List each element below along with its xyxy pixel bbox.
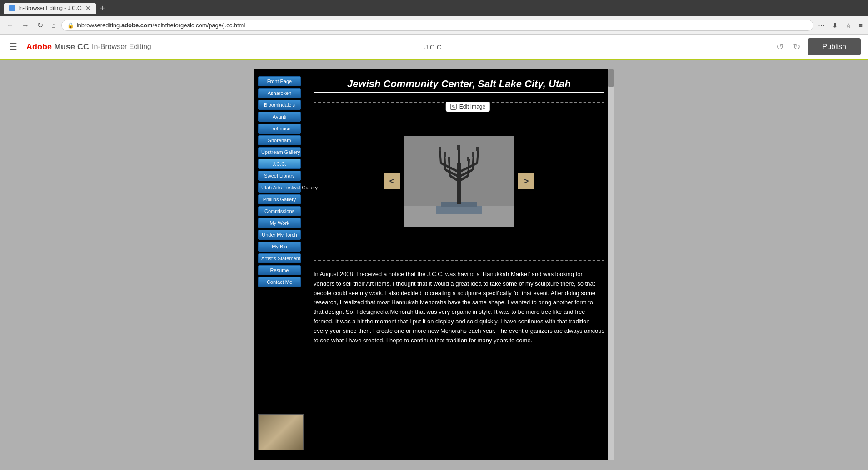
body-text: In August 2008, I received a notice that… <box>314 270 604 345</box>
adobe-text: Adobe <box>26 42 52 51</box>
muse-logo: Adobe Muse CC <box>26 42 89 52</box>
url-text: inbrowserediting.adobe.com/edit/theforge… <box>77 22 808 29</box>
new-tab-button[interactable]: + <box>100 4 105 13</box>
nav-item-bloomindale-s[interactable]: Bloomindale's <box>258 100 301 110</box>
nav-item-utah-arts-festival-gallery[interactable]: Utah Arts Festival Gallery <box>258 183 301 193</box>
edit-image-icon: ✎ <box>450 104 457 110</box>
svg-rect-24 <box>476 147 479 151</box>
nav-item-sweet-library[interactable]: Sweet Library <box>258 171 301 181</box>
tab-close-button[interactable]: ✕ <box>85 5 91 12</box>
nav-item-my-bio[interactable]: My Bio <box>258 242 301 252</box>
svg-line-17 <box>468 159 469 176</box>
nav-item-artist-s-statement[interactable]: Artist's Statement <box>258 253 301 263</box>
home-button[interactable]: ⌂ <box>49 20 59 31</box>
svg-line-9 <box>444 155 445 170</box>
website-frame: Front PageAsharokenBloomindale'sAvantiFi… <box>254 69 614 460</box>
svg-rect-22 <box>467 157 469 161</box>
forward-button[interactable]: → <box>19 20 32 31</box>
site-content: Jewish Community Center, Salt Lake City,… <box>309 69 614 354</box>
nav-item-firehouse[interactable]: Firehouse <box>258 124 301 134</box>
muse-subtitle: In-Browser Editing <box>92 43 151 51</box>
svg-line-15 <box>473 155 474 170</box>
extensions-button[interactable]: ⋯ <box>816 20 827 31</box>
svg-rect-4 <box>457 163 461 204</box>
bookmark-button[interactable]: ☆ <box>843 20 853 31</box>
nav-item-asharoken[interactable]: Asharoken <box>258 88 301 98</box>
nav-item-commissions[interactable]: Commissions <box>258 206 301 216</box>
nav-item-avanti[interactable]: Avanti <box>258 112 301 122</box>
carousel: < <box>384 136 534 227</box>
main-content: Front PageAsharokenBloomindale'sAvantiFi… <box>0 60 868 469</box>
svg-line-13 <box>477 149 478 163</box>
muse-toolbar: ☰ Adobe Muse CC In-Browser Editing J.C.C… <box>0 35 868 60</box>
svg-line-7 <box>440 149 441 163</box>
menu-button[interactable]: ≡ <box>857 20 864 31</box>
back-button[interactable]: ← <box>4 20 16 31</box>
scrollbar[interactable] <box>608 69 614 460</box>
nav-item-shoreham[interactable]: Shoreham <box>258 135 301 145</box>
image-container[interactable]: ✎ Edit Image < <box>314 102 604 261</box>
svg-rect-19 <box>444 152 446 157</box>
reload-button[interactable]: ↻ <box>35 19 46 31</box>
svg-rect-23 <box>472 152 474 157</box>
carousel-next-button[interactable]: > <box>518 173 534 189</box>
svg-rect-20 <box>448 157 450 161</box>
muse-text: Muse CC <box>54 42 89 51</box>
nav-item-j-c-c-[interactable]: J.C.C. <box>258 159 301 169</box>
tab-title: In-Browser Editing - J.C.C. <box>18 5 83 11</box>
nav-item-phillips-gallery[interactable]: Phillips Gallery <box>258 194 301 204</box>
carousel-image <box>404 136 514 227</box>
page-title: Jewish Community Center, Salt Lake City,… <box>314 78 604 93</box>
hamburger-menu-button[interactable]: ☰ <box>7 40 19 54</box>
site-navigation: Front PageAsharokenBloomindale'sAvantiFi… <box>254 69 304 294</box>
nav-right-icons: ⋯ ⬇ ☆ ≡ <box>816 20 864 31</box>
pocket-button[interactable]: ⬇ <box>830 20 840 31</box>
undo-button[interactable]: ↺ <box>774 40 786 54</box>
redo-button[interactable]: ↻ <box>791 40 803 54</box>
publish-button[interactable]: Publish <box>808 38 861 55</box>
svg-rect-5 <box>458 148 460 165</box>
nav-item-contact-me[interactable]: Contact Me <box>258 277 301 287</box>
nav-item-front-page[interactable]: Front Page <box>258 76 301 86</box>
address-bar[interactable]: 🔒 inbrowserediting.adobe.com/edit/thefor… <box>61 20 814 31</box>
tab-favicon <box>9 5 15 11</box>
active-tab[interactable]: In-Browser Editing - J.C.C. ✕ <box>4 3 96 14</box>
lock-icon: 🔒 <box>67 22 74 29</box>
scrollbar-thumb[interactable] <box>608 69 614 87</box>
nav-item-upstream-gallery[interactable]: Upstream Gallery <box>258 147 301 157</box>
artist-image <box>258 414 304 450</box>
nav-item-resume[interactable]: Resume <box>258 265 301 275</box>
svg-rect-18 <box>439 147 441 151</box>
muse-page-title: J.C.C. <box>424 43 444 51</box>
artist-image-container <box>258 414 304 450</box>
edit-image-tooltip[interactable]: ✎ Edit Image <box>446 102 490 112</box>
carousel-prev-button[interactable]: < <box>384 173 400 189</box>
edit-image-label: Edit Image <box>459 104 485 110</box>
nav-item-my-work[interactable]: My Work <box>258 218 301 228</box>
svg-rect-21 <box>457 145 460 150</box>
svg-rect-2 <box>436 206 482 214</box>
muse-right-actions: ↺ ↻ Publish <box>774 38 861 55</box>
nav-item-under-my-torch[interactable]: Under My Torch <box>258 230 301 240</box>
browser-navbar: ← → ↻ ⌂ 🔒 inbrowserediting.adobe.com/edi… <box>0 16 868 35</box>
svg-line-11 <box>449 159 450 176</box>
